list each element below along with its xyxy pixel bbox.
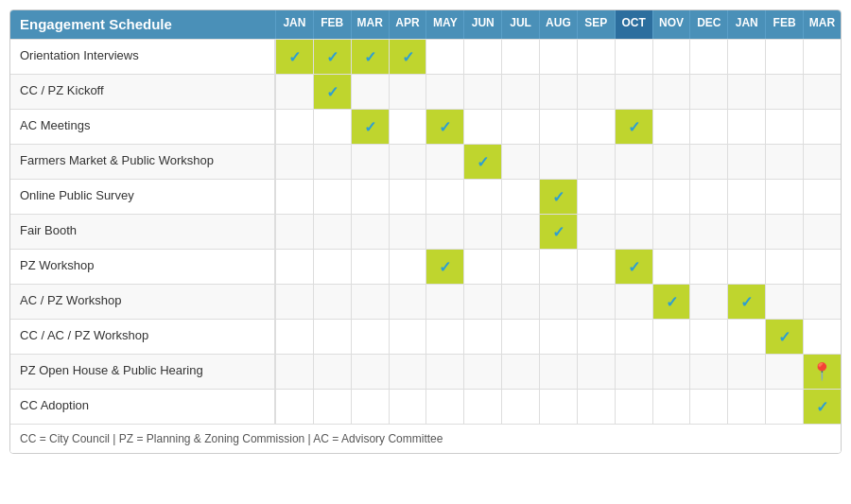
cell-3-12	[727, 145, 765, 179]
table-title: Engagement Schedule	[20, 16, 172, 32]
cell-0-7	[539, 40, 577, 74]
cell-2-9: ✓	[615, 110, 652, 144]
cell-10-7	[539, 390, 577, 424]
month-header-mar-14: MAR	[803, 10, 841, 39]
cell-4-0	[275, 180, 313, 214]
cell-1-2	[351, 75, 389, 109]
cell-10-5	[463, 390, 501, 424]
check-icon: ✓	[816, 398, 828, 416]
cell-2-7	[539, 110, 577, 144]
cell-6-8	[577, 250, 615, 284]
cell-4-14	[803, 180, 841, 214]
check-icon: ✓	[364, 118, 376, 136]
months-header: JANFEBMARAPRMAYJUNJULAUGSEPOCTNOVDECJANF…	[275, 10, 841, 39]
cell-5-1	[313, 215, 351, 249]
cell-6-2	[351, 250, 389, 284]
cell-4-2	[351, 180, 389, 214]
cell-6-11	[689, 250, 727, 284]
cell-7-10: ✓	[652, 285, 690, 319]
cell-8-7	[539, 320, 577, 354]
cell-1-3	[389, 75, 426, 109]
cell-4-12	[727, 180, 765, 214]
cell-2-0	[275, 110, 313, 144]
cell-10-8	[577, 390, 615, 424]
cell-7-4	[426, 285, 463, 319]
cell-2-2: ✓	[351, 110, 389, 144]
cell-6-0	[275, 250, 313, 284]
cell-1-1: ✓	[313, 75, 351, 109]
cell-5-2	[351, 215, 389, 249]
month-header-jul-6: JUL	[501, 10, 539, 39]
cell-5-12	[727, 215, 765, 249]
cell-2-14	[803, 110, 841, 144]
cell-5-6	[501, 215, 539, 249]
cell-7-6	[501, 285, 539, 319]
check-icon: ✓	[477, 153, 489, 171]
cell-5-7: ✓	[539, 215, 577, 249]
table-row: PZ Open House & Public Hearing📍	[10, 354, 841, 389]
cell-7-5	[463, 285, 501, 319]
header-row: Engagement Schedule JANFEBMARAPRMAYJUNJU…	[10, 10, 841, 39]
table-row: CC Adoption✓	[10, 389, 841, 424]
cell-10-12	[727, 390, 765, 424]
cell-4-8	[577, 180, 615, 214]
cell-5-10	[652, 215, 690, 249]
cell-8-3	[389, 320, 426, 354]
month-header-apr-3: APR	[389, 10, 426, 39]
cell-0-1: ✓	[313, 40, 351, 74]
cell-2-5	[463, 110, 501, 144]
cell-4-13	[765, 180, 803, 214]
cell-1-9	[615, 75, 652, 109]
cell-0-8	[577, 40, 615, 74]
cell-2-8	[577, 110, 615, 144]
cell-8-11	[689, 320, 727, 354]
cell-1-14	[803, 75, 841, 109]
pin-icon: 📍	[811, 361, 832, 382]
cell-4-11	[689, 180, 727, 214]
cell-8-0	[275, 320, 313, 354]
cell-2-12	[727, 110, 765, 144]
cell-9-8	[577, 355, 615, 389]
cell-4-5	[463, 180, 501, 214]
cell-0-6	[501, 40, 539, 74]
cell-10-11	[689, 390, 727, 424]
cell-0-0: ✓	[275, 40, 313, 74]
cell-2-1	[313, 110, 351, 144]
cell-7-9	[615, 285, 652, 319]
cell-0-10	[652, 40, 690, 74]
cell-10-1	[313, 390, 351, 424]
cell-10-4	[426, 390, 463, 424]
cell-3-9	[615, 145, 652, 179]
row-months-5: ✓	[275, 215, 841, 249]
cell-3-3	[389, 145, 426, 179]
row-label-0: Orientation Interviews	[10, 40, 275, 74]
table-row: Online Public Survey✓	[10, 179, 841, 214]
check-icon: ✓	[288, 48, 301, 66]
cell-5-8	[577, 215, 615, 249]
cell-1-0	[275, 75, 313, 109]
month-header-sep-8: SEP	[577, 10, 615, 39]
cell-10-10	[652, 390, 690, 424]
row-months-4: ✓	[275, 180, 841, 214]
month-header-dec-11: DEC	[689, 10, 727, 39]
check-icon: ✓	[778, 328, 790, 346]
cell-0-13	[765, 40, 803, 74]
cell-1-11	[689, 75, 727, 109]
cell-3-0	[275, 145, 313, 179]
cell-8-9	[615, 320, 652, 354]
month-header-feb-13: FEB	[765, 10, 803, 39]
cell-8-10	[652, 320, 690, 354]
cell-2-3	[389, 110, 426, 144]
check-icon: ✓	[628, 118, 640, 136]
check-icon: ✓	[402, 48, 414, 66]
cell-7-3	[389, 285, 426, 319]
cell-6-4: ✓	[426, 250, 463, 284]
check-icon: ✓	[326, 83, 339, 101]
cell-3-7	[539, 145, 577, 179]
cell-5-9	[615, 215, 652, 249]
row-months-3: ✓	[275, 145, 841, 179]
cell-9-14: 📍	[803, 355, 841, 389]
cell-4-7: ✓	[539, 180, 577, 214]
check-icon: ✓	[552, 223, 564, 241]
cell-9-10	[652, 355, 690, 389]
